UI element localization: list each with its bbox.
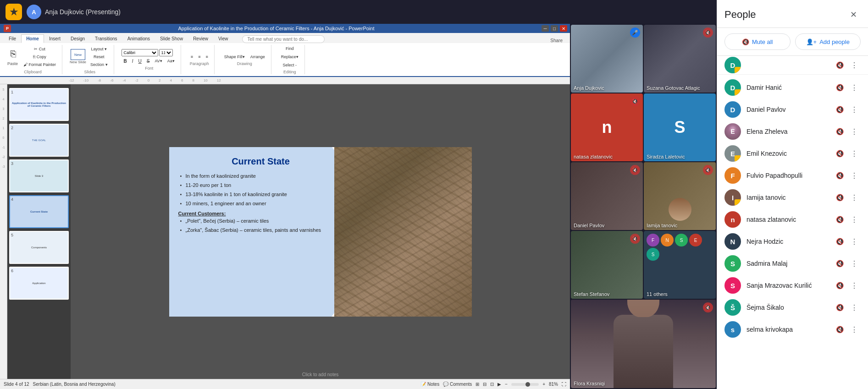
select-button[interactable]: Select -	[279, 61, 301, 69]
video-tile-flora[interactable]: 🔇 Flora Krasniqi	[571, 300, 716, 388]
minimize-button[interactable]: ─	[542, 25, 549, 32]
person-item-natasa[interactable]: n natasa zlatanovic 🔇 ⋮	[717, 208, 868, 230]
person-item-daniel[interactable]: D Daniel Pavlov 🔇 ⋮	[717, 99, 868, 121]
font-size-select[interactable]: 11	[159, 49, 173, 56]
bold-button[interactable]: B	[122, 57, 129, 65]
person-item-iamija[interactable]: I Iamija tanovic 🔇 ⋮	[717, 186, 868, 208]
person-item-nejra[interactable]: N Nejra Hodzic 🔇 ⋮	[717, 230, 868, 252]
video-tile-11others[interactable]: F N S E S 11 others	[644, 231, 716, 299]
zoom-slider[interactable]	[511, 383, 539, 386]
slide-thumb-6[interactable]: 6 Application	[9, 267, 69, 300]
tab-transitions[interactable]: Transitions	[90, 34, 122, 43]
slide-thumb-5[interactable]: 5 Components	[9, 231, 69, 264]
slide-thumb-2[interactable]: 2 THE GOAL	[9, 124, 69, 157]
cut-button[interactable]: ✂ Cut	[21, 45, 58, 53]
layout-button[interactable]: Layout ▾	[88, 45, 110, 53]
person-more-fulvio[interactable]: ⋮	[848, 169, 861, 182]
person-mic-fulvio[interactable]: 🔇	[833, 169, 846, 182]
mute-all-button[interactable]: 🔇 Mute all	[724, 33, 791, 50]
find-button[interactable]: Find	[279, 45, 301, 52]
fontsize-decrease[interactable]: Aa▾	[165, 57, 177, 65]
tab-file[interactable]: File	[4, 34, 21, 43]
view-normal[interactable]: ⊞	[475, 382, 479, 387]
person-mic-emil[interactable]: 🔇	[833, 147, 846, 160]
fit-slide-btn[interactable]: ⛶	[562, 382, 566, 387]
person-item-emil[interactable]: E Emil Knezovic 🔇 ⋮	[717, 142, 868, 164]
replace-button[interactable]: Replace▾	[279, 53, 301, 60]
tab-insert[interactable]: Insert	[44, 34, 66, 43]
tab-slideshow[interactable]: Slide Show	[155, 34, 188, 43]
strikethrough-button[interactable]: S	[144, 57, 152, 65]
video-tile-siradza[interactable]: S Siradza Laletovic	[644, 93, 716, 161]
person-mic-nejra[interactable]: 🔇	[833, 235, 846, 248]
slide-thumb-4[interactable]: 4 Current State	[9, 195, 69, 228]
person-more-sadmira[interactable]: ⋮	[848, 257, 861, 270]
person-more-sejma[interactable]: ⋮	[848, 301, 861, 314]
person-more-daniel[interactable]: ⋮	[848, 103, 861, 116]
paste-button[interactable]: ⎘	[7, 47, 19, 60]
person-more-elena[interactable]: ⋮	[848, 125, 861, 138]
zoom-in-btn[interactable]: +	[542, 382, 545, 387]
person-mic-natasa[interactable]: 🔇	[833, 213, 846, 226]
format-painter-button[interactable]: 🖌 Format Painter	[21, 61, 58, 68]
slide-thumb-1[interactable]: 1 Application of Kaolinite in the Produc…	[9, 88, 69, 121]
person-item-sejma[interactable]: Š Šejma Šikalo 🔇 ⋮	[717, 296, 868, 318]
person-mic-elena[interactable]: 🔇	[833, 125, 846, 138]
ppt-window-controls[interactable]: ─ □ ✕	[542, 25, 570, 32]
person-more-iamija[interactable]: ⋮	[848, 191, 861, 204]
person-item-selma[interactable]: s selma krivokapa 🔇 ⋮	[717, 318, 868, 340]
person-more-selma[interactable]: ⋮	[848, 323, 861, 336]
person-item-fulvio[interactable]: F Fulvio Papadhopulli 🔇 ⋮	[717, 164, 868, 186]
copy-button[interactable]: ⎘ Copy	[21, 53, 58, 60]
person-more-sanja[interactable]: ⋮	[848, 279, 861, 292]
share-button[interactable]: Share	[547, 38, 566, 43]
tab-animations[interactable]: Animations	[122, 34, 155, 43]
italic-button[interactable]: I	[130, 57, 136, 65]
person-mic-sanja[interactable]: 🔇	[833, 279, 846, 292]
slide-thumb-3[interactable]: 3 Slide 3	[9, 159, 69, 192]
tab-home[interactable]: Home	[21, 34, 44, 43]
person-item-sanja[interactable]: S Sanja Mrazovac Kurilić 🔇 ⋮	[717, 274, 868, 296]
person-mic-partial[interactable]: 🔇	[833, 59, 846, 71]
add-notes-hint[interactable]: Click to add notes	[302, 372, 339, 377]
reset-button[interactable]: Reset	[88, 53, 110, 60]
view-reading[interactable]: ⊡	[490, 382, 494, 387]
add-people-button[interactable]: 👤+ Add people	[795, 33, 861, 50]
tab-review[interactable]: Review	[188, 34, 213, 43]
person-more-emil[interactable]: ⋮	[848, 147, 861, 160]
video-tile-suzana[interactable]: 🔇 Suzana Gotovac Atlagic	[644, 25, 716, 93]
person-more-damir[interactable]: ⋮	[848, 81, 861, 94]
notes-btn[interactable]: 📝 Notes	[420, 382, 439, 387]
view-slideshow[interactable]: ▶	[498, 382, 501, 387]
tab-design[interactable]: Design	[66, 34, 90, 43]
person-item-damir[interactable]: D Damir Hanić 🔇 ⋮	[717, 77, 868, 99]
underline-button[interactable]: U	[136, 57, 144, 65]
align-right[interactable]: ≡	[203, 53, 210, 60]
align-left[interactable]: ≡	[188, 53, 195, 60]
tell-me-input[interactable]	[242, 35, 325, 43]
video-tile-iamija[interactable]: 🔇 Iamija tanovic	[644, 162, 716, 230]
align-center[interactable]: ≡	[196, 53, 203, 60]
video-tile-anja[interactable]: 🎤 Anja Dujkovic	[571, 25, 643, 93]
person-mic-sejma[interactable]: 🔇	[833, 301, 846, 314]
shape-fill-button[interactable]: Shape Fill▾	[222, 53, 247, 60]
person-item-partial[interactable]: D 🔇 ⋮	[717, 56, 868, 75]
restore-button[interactable]: □	[551, 25, 558, 32]
people-list[interactable]: D Damir Hanić 🔇 ⋮ D Daniel Pavlov 🔇 ⋮	[717, 75, 868, 389]
section-button[interactable]: Section ▾	[88, 61, 110, 68]
close-people-panel-button[interactable]: ✕	[846, 7, 861, 22]
person-item-elena[interactable]: E Elena Zheleva 🔇 ⋮	[717, 121, 868, 142]
video-tile-daniel[interactable]: 🔇 Daniel Pavlov	[571, 162, 643, 230]
person-mic-sadmira[interactable]: 🔇	[833, 257, 846, 270]
font-family-select[interactable]: Calibri	[122, 49, 158, 56]
person-item-sadmira[interactable]: S Sadmira Malaj 🔇 ⋮	[717, 252, 868, 274]
slide-thumbnails-panel[interactable]: 1 Application of Kaolinite in the Produc…	[7, 84, 71, 379]
view-outline[interactable]: ⊟	[483, 382, 487, 387]
person-more-nejra[interactable]: ⋮	[848, 235, 861, 248]
zoom-out-btn[interactable]: −	[505, 382, 508, 387]
close-ppt-button[interactable]: ✕	[560, 25, 567, 32]
video-tile-stefan[interactable]: 🔇 Stefan Stefanov	[571, 231, 643, 299]
comments-btn[interactable]: 💬 Comments	[443, 382, 472, 387]
fontsize-increase[interactable]: AV▾	[153, 57, 165, 65]
person-more-natasa[interactable]: ⋮	[848, 213, 861, 226]
